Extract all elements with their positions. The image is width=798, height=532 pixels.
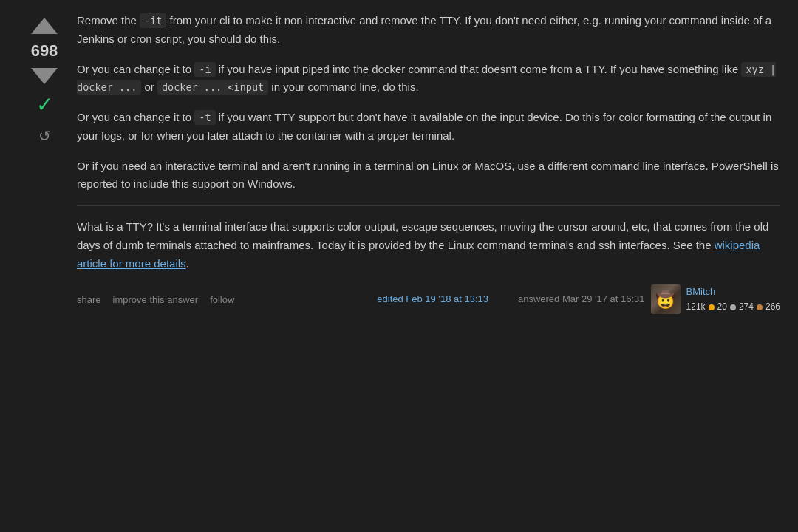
code-i: -i [194,62,215,77]
code-docker-input: docker ... <input [157,80,268,95]
improve-answer-button[interactable]: improve this answer [113,294,199,305]
vote-count: 698 [31,40,58,62]
bronze-count: 266 [765,300,780,314]
right-section: edited Feb 19 '18 at 13:13 answered Mar … [377,284,780,314]
paragraph-2: Or you can change it to -i if you have i… [77,61,780,98]
code-it: -it [140,13,166,28]
edit-info[interactable]: edited Feb 19 '18 at 13:13 [377,292,488,307]
avatar: 🤠 [651,284,681,314]
user-info: answered Mar 29 '17 at 16:31 🤠 BMitch 12… [518,284,780,314]
history-icon[interactable]: ↺ [38,124,51,148]
user-name[interactable]: BMitch [686,284,716,300]
rep-count: 121k [686,300,706,314]
tty-text-after: . [186,257,189,270]
accepted-checkmark-icon: ✓ [36,95,53,115]
answer-text: Remove the -it from your cli to make it … [77,12,780,194]
vote-column: 698 ✓ ↺ [18,12,71,314]
code-t: -t [194,110,215,125]
section-divider [77,205,780,206]
gold-badge-icon [709,304,715,310]
gold-count: 20 [717,300,727,314]
upvote-arrow-icon [31,18,58,34]
follow-button[interactable]: follow [210,294,234,305]
paragraph-1: Remove the -it from your cli to make it … [77,12,780,49]
answer-body: Remove the -it from your cli to make it … [71,12,780,314]
answer-container: 698 ✓ ↺ Remove the -it from your cli to … [0,0,798,326]
avatar-image: 🤠 [651,284,681,314]
answered-meta: answered Mar 29 '17 at 16:31 [518,292,645,307]
vote-down-button[interactable] [28,65,61,87]
paragraph-3: Or you can change it to -t if you want T… [77,109,780,146]
downvote-arrow-icon [31,68,58,84]
wikipedia-link[interactable]: wikipedia article for more details [77,239,760,270]
bronze-badge-icon [757,304,763,310]
vote-up-button[interactable] [28,15,61,37]
tty-paragraph: What is a TTY? It's a terminal interface… [77,218,780,273]
tty-section: What is a TTY? It's a terminal interface… [77,218,780,273]
share-button[interactable]: share [77,294,101,305]
user-reputation: 121k 20 274 266 [686,300,780,314]
silver-count: 274 [739,300,754,314]
paragraph-4: Or if you need an interactive terminal a… [77,157,780,194]
left-actions: share improve this answer follow [77,294,243,305]
user-card: BMitch 121k 20 274 266 [686,284,780,314]
silver-badge-icon [730,304,736,310]
action-bar: share improve this answer follow edited … [77,284,780,314]
